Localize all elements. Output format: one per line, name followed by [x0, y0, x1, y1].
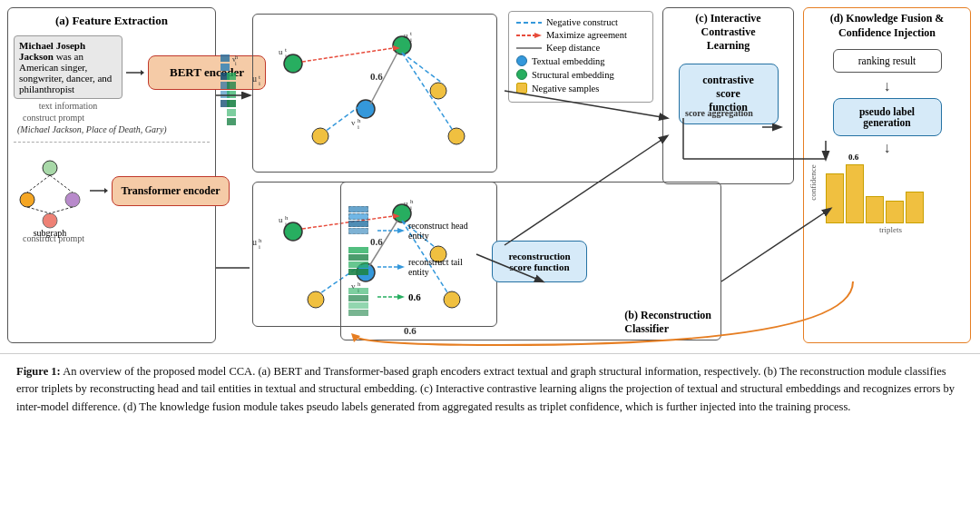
value-06-label: 0.6	[408, 291, 421, 302]
diagram-area: (a) Feature Extraction Michael Joseph Ja…	[0, 0, 980, 354]
subgraph-svg	[14, 150, 86, 232]
reconstruction-score-box: reconstruction score function	[492, 241, 587, 282]
svg-point-5	[43, 213, 57, 228]
arrow-down-1: ↓	[804, 78, 970, 94]
svg-point-63	[308, 291, 324, 308]
svg-line-6	[27, 175, 50, 192]
legend-negative-samples-label: Negative samples	[532, 84, 599, 94]
svg-rect-21	[227, 73, 236, 80]
svg-text:j: j	[284, 221, 287, 228]
svg-marker-73	[534, 33, 542, 38]
legend-textual: Textual embedding	[516, 55, 645, 66]
legend-negative-label: Negative construct	[546, 17, 618, 27]
svg-rect-22	[227, 82, 236, 89]
legend-structural: Structural embedding	[516, 69, 645, 80]
svg-point-3	[20, 192, 34, 207]
legend-negative-samples: Negative samples	[516, 83, 645, 94]
svg-text:j: j	[284, 53, 287, 60]
svg-text:h: h	[235, 54, 238, 60]
bar-4	[886, 201, 904, 223]
bar-1	[826, 173, 844, 223]
panel-c: (c) Interactive Contrastive Learning con…	[662, 7, 794, 184]
svg-rect-13	[220, 64, 230, 71]
svg-text:u: u	[279, 47, 283, 56]
svg-point-39	[430, 83, 446, 99]
svg-rect-25	[227, 109, 236, 116]
bar-5	[906, 192, 924, 223]
svg-text:i: i	[235, 61, 237, 66]
construct-prompt-1: construct prompt	[23, 113, 210, 123]
svg-rect-12	[220, 54, 230, 62]
svg-text:u: u	[279, 215, 283, 224]
figure-label: Figure 1:	[16, 365, 61, 378]
svg-text:v: v	[351, 118, 356, 127]
panel-c-title: (c) Interactive Contrastive Learning	[663, 8, 793, 56]
svg-marker-1	[141, 70, 144, 75]
panel-d: (d) Knowledge Fusion & Confidence Inject…	[803, 7, 971, 343]
svg-marker-80	[397, 294, 405, 300]
svg-point-2	[43, 161, 57, 175]
svg-point-27	[284, 54, 302, 73]
legend-keep: Keep distance	[516, 43, 645, 53]
legend-negative: Negative construct	[516, 17, 645, 27]
contrastive-upper-svg: u t j u t i v h i	[257, 18, 493, 168]
reconstruct-tail-label: reconstruct tail entity	[408, 257, 481, 277]
legend-keep-label: Keep distance	[546, 43, 600, 53]
svg-line-45	[302, 48, 393, 62]
svg-rect-26	[227, 118, 236, 125]
ranking-box: ranking result	[833, 49, 942, 73]
svg-marker-11	[104, 188, 108, 193]
panel-b-label: (b) Reconstruction Classifier	[624, 309, 711, 336]
bar-2: 0.6	[846, 164, 864, 223]
arrow-down-2: ↓	[804, 140, 970, 156]
svg-text:u: u	[404, 31, 408, 40]
svg-point-41	[312, 128, 328, 144]
legend-structural-label: Structural embedding	[532, 70, 614, 80]
svg-point-35	[357, 100, 375, 118]
main-container: (a) Feature Extraction Michael Joseph Ja…	[0, 0, 980, 513]
svg-text:i: i	[410, 36, 412, 44]
struct-embedding-vector	[222, 73, 250, 136]
svg-point-49	[284, 222, 302, 241]
bar-3	[866, 196, 884, 223]
text-info-box: Michael Joseph Jackson was an American s…	[14, 35, 122, 99]
caption-area: Figure 1: An overview of the proposed mo…	[0, 354, 980, 425]
svg-marker-76	[397, 228, 405, 233]
svg-line-9	[50, 207, 73, 213]
svg-rect-24	[227, 100, 236, 107]
reconstruct-head-label: reconstruct head entity	[408, 221, 481, 241]
svg-text:i: i	[358, 123, 359, 131]
panel-a: (a) Feature Extraction Michael Joseph Ja…	[7, 7, 216, 343]
panel-d-title: (d) Knowledge Fusion & Confidence Inject…	[804, 8, 970, 44]
transformer-encoder-box: Transformer encoder	[112, 176, 230, 206]
pseudo-label-box: pseudo label generation	[833, 98, 942, 136]
svg-line-8	[27, 207, 50, 213]
svg-text:0.6: 0.6	[370, 71, 383, 82]
caption-text: An overview of the proposed model CCA. (…	[16, 365, 955, 413]
svg-rect-23	[227, 91, 236, 98]
legend-textual-label: Textual embedding	[532, 56, 605, 66]
contrastive-score-box: contrastive score function	[679, 64, 779, 124]
legend-maximize-label: Maximize agreement	[546, 30, 627, 40]
svg-line-42	[402, 53, 443, 84]
svg-point-40	[448, 128, 465, 144]
legend-maximize: Maximize agreement	[516, 30, 645, 40]
svg-line-7	[50, 175, 73, 192]
text-information-label: text information	[14, 101, 122, 111]
panel-a-title: (a) Feature Extraction	[14, 14, 210, 28]
svg-point-4	[65, 192, 80, 207]
legend-box: Negative construct Maximize agreement Ke…	[508, 11, 653, 103]
panel-b: reconstruct head entity reconstruct tail…	[340, 182, 721, 340]
triplets-label: triplets	[818, 225, 963, 234]
triplet-text: (Michael Jackson, Place of Death, Gary)	[17, 124, 210, 134]
svg-point-31	[393, 36, 411, 54]
confidence-axis-label: confidence	[808, 164, 818, 200]
svg-marker-78	[397, 264, 405, 270]
